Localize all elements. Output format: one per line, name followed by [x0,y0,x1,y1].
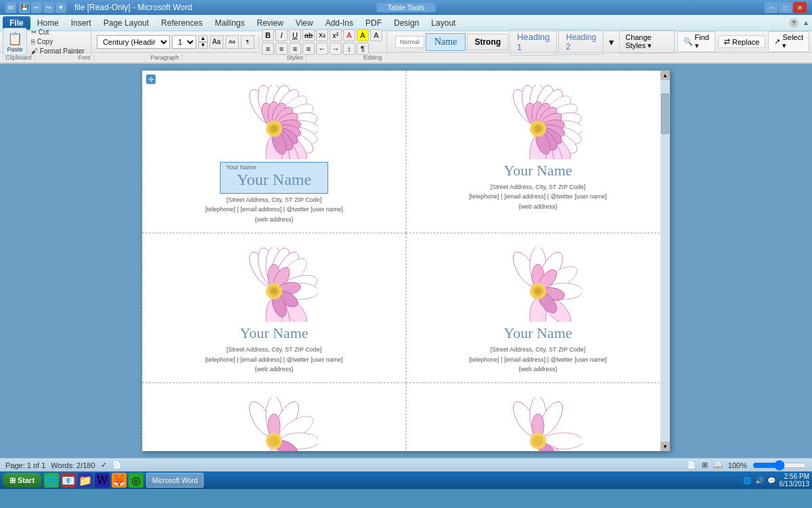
page-layout-menu[interactable]: Page Layout [98,17,154,29]
svg-point-74 [271,288,277,295]
align-right-button[interactable]: ≡ [289,43,301,55]
card-cell-2[interactable]: Your Name [Street Address, City, ST ZIP … [406,70,670,233]
paste-button[interactable]: 📋 Paste [3,28,27,56]
show-para-button[interactable]: ¶ [357,43,369,55]
minimize-button[interactable]: ─ [765,2,778,13]
card-name-3[interactable]: Your Name [240,324,308,342]
cut-button[interactable]: ✂ Cut [29,28,87,37]
style-strong[interactable]: Strong [467,34,508,50]
lotus-image-3 [230,247,318,322]
spell-check-icon[interactable]: ✓ [101,461,107,469]
close-button[interactable]: ✕ [793,2,807,13]
quick-access-undo[interactable]: ↩ [31,2,42,13]
help-icon[interactable]: ? [789,18,798,28]
quick-access-save[interactable]: 💾 [19,2,30,13]
style-name[interactable]: Name [426,33,466,51]
quick-access-more[interactable]: ▼ [55,2,66,13]
text-color-button[interactable]: A [343,29,355,41]
home-menu[interactable]: Home [32,17,64,29]
style-h1[interactable]: Heading 1 [510,28,557,56]
view-print-icon[interactable]: 📄 [687,461,696,469]
sort-button[interactable]: ↕ [343,43,355,55]
zoom-slider[interactable] [752,461,807,470]
card-grid: Your Name Your Name [Street Address, Cit… [142,70,670,451]
view-menu[interactable]: View [290,17,319,29]
font-grow-button[interactable]: ▲ [198,35,208,42]
addins-menu[interactable]: Add-Ins [320,17,359,29]
format-row1: B I U ab x₂ x² A A A [262,29,382,41]
clear-format-button[interactable]: Aa [210,35,223,49]
references-menu[interactable]: References [156,17,208,29]
taskbar-icon-firefox[interactable]: 🦊 [112,473,127,488]
taskbar: ⊞ Start 🌐 📧 📁 W 🦊 ◎ Microsoft Word 🌐 🔊 💬… [0,471,812,489]
taskbar-icon-outlook[interactable]: 📧 [61,473,76,488]
macro-icon[interactable]: 📄 [112,461,122,469]
replace-button[interactable]: ⇄ Replace [718,35,765,48]
styles-label: Styles [284,54,307,61]
style-h2[interactable]: Heading 2 [558,29,604,55]
view-fullscreen-icon[interactable]: ⊞ [702,461,708,469]
lotus-image-2 [494,85,582,159]
taskbar-word-app[interactable]: Microsoft Word [146,473,204,488]
italic-button[interactable]: I [275,29,288,41]
card-name-2[interactable]: Your Name [503,162,572,179]
indent-decrease-button[interactable]: ← [316,43,328,55]
pdf-menu[interactable]: PDF [360,17,387,29]
subscript-button[interactable]: x₂ [316,29,328,41]
highlight-button[interactable]: A [357,29,369,41]
mailings-menu[interactable]: Mailings [209,17,250,29]
bold-button[interactable]: B [262,29,274,41]
styles-more-button[interactable]: ▾ [605,34,618,50]
select-button[interactable]: ↗ Select ▾ [768,31,809,52]
start-button[interactable]: ⊞ Start [3,473,41,488]
scissors-icon: ✂ [31,28,39,36]
card-name-inline-label: Your Name [226,164,322,171]
scroll-thumb[interactable] [661,93,669,134]
font-size-selector[interactable]: 16 [172,35,196,49]
taskbar-icon-chrome[interactable]: ◎ [129,473,143,488]
insert-menu[interactable]: Insert [66,17,97,29]
quick-access-redo[interactable]: ↪ [43,2,54,13]
superscript-button[interactable]: x² [330,29,342,41]
card-name-1[interactable]: Your Name [226,171,322,189]
font-color-button[interactable]: A [370,29,382,41]
table-move-handle[interactable]: ✛ [146,75,156,84]
font-selector[interactable]: Century (Headir [97,35,170,49]
paste-label: Paste [7,46,22,53]
scroll-down-button[interactable]: ▼ [660,442,670,451]
style-normal[interactable]: Normal [397,38,422,46]
card-cell-6[interactable] [406,383,670,451]
card-cell-3[interactable]: Your Name [Street Address, City, ST ZIP … [142,233,406,383]
justify-button[interactable]: ≡ [302,43,315,55]
zoom-level: 100% [728,461,747,469]
layout-menu[interactable]: Layout [426,17,461,29]
taskbar-icon-folder[interactable]: 📁 [78,473,93,488]
taskbar-pinned-icons: 🌐 📧 📁 W 🦊 ◎ [44,473,143,488]
copy-button[interactable]: ⎘ Copy [29,37,87,46]
change-styles-button[interactable]: Change Styles ▾ [619,30,674,54]
card-cell-5[interactable] [142,383,406,451]
status-bar: Page: 1 of 1 Words: 2/180 ✓ 📄 📄 ⊞ 📖 100% [0,458,812,471]
document-scrollbar[interactable]: ▲ ▼ [660,70,670,451]
design-menu[interactable]: Design [388,17,424,29]
card-cell-1[interactable]: Your Name Your Name [Street Address, Cit… [142,70,406,233]
align-center-button[interactable]: ≡ [275,43,288,55]
review-menu[interactable]: Review [251,17,288,29]
align-left-button[interactable]: ≡ [262,43,274,55]
taskbar-icon-ie[interactable]: 🌐 [44,473,59,488]
font-shrink-button[interactable]: ▼ [198,42,208,49]
underline-button[interactable]: U [289,29,301,41]
scroll-up-button[interactable]: ▲ [660,70,670,80]
card-cell-4[interactable]: Your Name [Street Address, City, ST ZIP … [406,233,670,383]
minimize-ribbon-btn[interactable]: ▲ [803,19,809,26]
taskbar-icon-word[interactable]: W [95,473,110,488]
strikethrough-button[interactable]: ab [302,29,315,41]
show-formatting-button[interactable]: ¶ [241,35,254,49]
maximize-button[interactable]: □ [779,2,792,13]
text-case-button[interactable]: Aa [225,35,239,49]
view-reading-icon[interactable]: 📖 [713,461,723,469]
find-button[interactable]: 🔍 Find ▾ [677,31,716,52]
card-name-4[interactable]: Your Name [503,324,572,342]
indent-increase-button[interactable]: → [330,43,342,55]
card-name-selected-container[interactable]: Your Name Your Name [220,162,328,194]
